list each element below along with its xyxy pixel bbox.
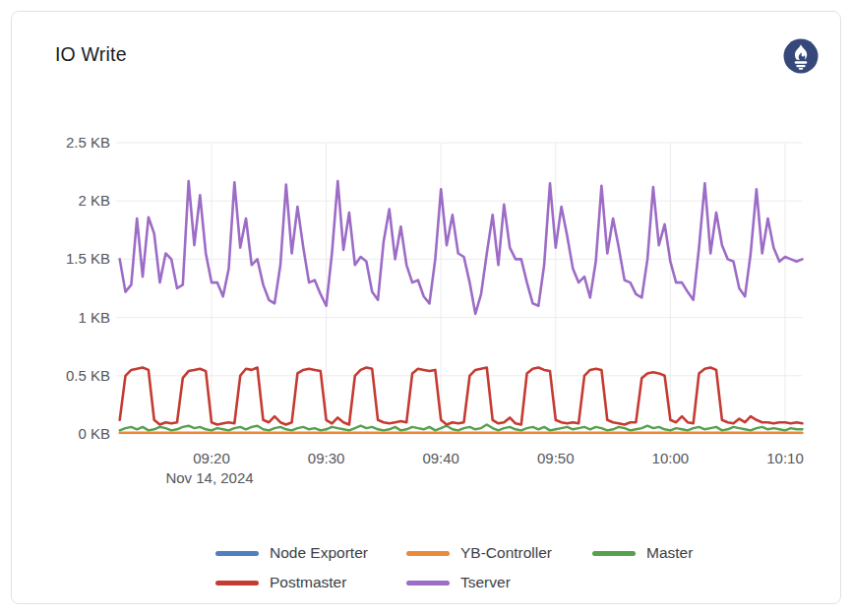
- dashboard-panel: IO Write 0 KB0.5 KB1 KB1.5 KB2 KB2.5 KB0…: [0, 0, 852, 616]
- y-tick-label: 1 KB: [39, 308, 110, 328]
- x-tick-label: 09:40: [406, 449, 475, 468]
- legend-label: Tserver: [460, 574, 511, 591]
- y-tick-label: 2.5 KB: [39, 133, 110, 153]
- legend-item-postmaster[interactable]: Postmaster: [215, 572, 406, 593]
- chart-plot-area[interactable]: [0, 0, 852, 616]
- legend-item-yb-controller[interactable]: YB-Controller: [406, 542, 592, 564]
- legend: Node Exporter YB-Controller Master Postm…: [215, 542, 693, 593]
- x-tick-label: 09:20: [177, 449, 246, 468]
- legend-label: Master: [646, 544, 693, 562]
- x-tick-label: 09:30: [292, 449, 361, 468]
- legend-label: YB-Controller: [460, 544, 552, 562]
- x-tick-label: 09:50: [521, 449, 590, 468]
- x-tick-label: 10:10: [751, 449, 820, 468]
- x-tick-label: 10:00: [636, 449, 704, 468]
- x-axis-date-label: Nov 14, 2024: [151, 469, 269, 486]
- node-exporter-swatch-icon: [215, 551, 259, 556]
- postmaster-swatch-icon: [215, 581, 259, 585]
- legend-label: Node Exporter: [270, 544, 368, 562]
- y-tick-label: 2 KB: [39, 191, 110, 211]
- legend-item-tserver[interactable]: Tserver: [406, 572, 592, 593]
- y-tick-label: 0.5 KB: [39, 366, 110, 386]
- series-line-master: [120, 425, 803, 431]
- y-tick-label: 0 KB: [39, 424, 110, 444]
- tserver-swatch-icon: [406, 581, 450, 585]
- legend-item-master[interactable]: Master: [592, 542, 693, 564]
- master-swatch-icon: [592, 551, 636, 556]
- legend-item-node-exporter[interactable]: Node Exporter: [215, 542, 406, 564]
- legend-label: Postmaster: [270, 574, 346, 591]
- y-tick-label: 1.5 KB: [39, 249, 110, 269]
- yb-controller-swatch-icon: [406, 551, 450, 556]
